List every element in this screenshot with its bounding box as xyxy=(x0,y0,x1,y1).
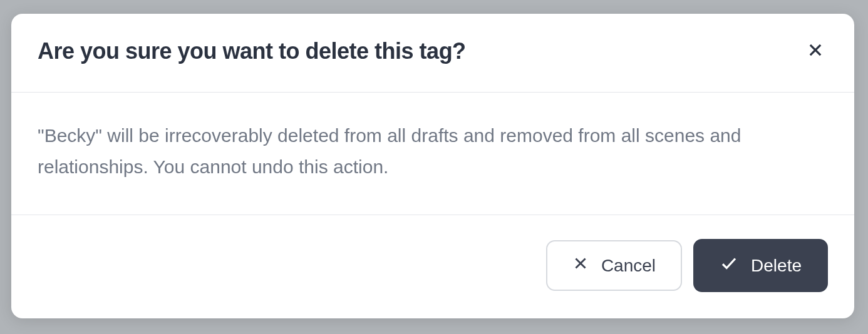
close-icon xyxy=(572,255,589,276)
modal-message: "Becky" will be irrecoverably deleted fr… xyxy=(38,120,828,182)
delete-button-label: Delete xyxy=(751,256,802,276)
cancel-button-label: Cancel xyxy=(601,256,656,276)
cancel-button[interactable]: Cancel xyxy=(546,240,682,291)
close-icon xyxy=(807,41,824,61)
modal-footer: Cancel Delete xyxy=(11,215,854,318)
modal-title: Are you sure you want to delete this tag… xyxy=(38,38,466,64)
close-button[interactable] xyxy=(803,38,828,64)
delete-button[interactable]: Delete xyxy=(693,239,828,292)
confirm-delete-modal: Are you sure you want to delete this tag… xyxy=(11,14,854,318)
check-icon xyxy=(720,254,738,277)
modal-body: "Becky" will be irrecoverably deleted fr… xyxy=(11,93,854,215)
modal-header: Are you sure you want to delete this tag… xyxy=(11,14,854,93)
